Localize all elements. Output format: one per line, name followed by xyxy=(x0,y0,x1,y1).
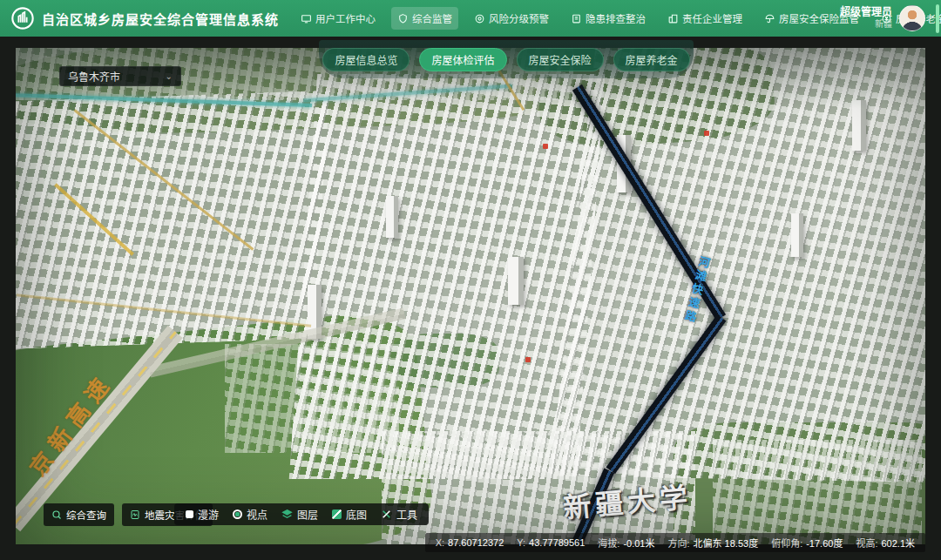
user-name: 超级管理员 xyxy=(840,6,892,19)
map-tower xyxy=(852,100,866,151)
map-marker xyxy=(704,131,709,136)
map-marker xyxy=(525,357,531,362)
map-buildings-cluster xyxy=(225,344,399,453)
comprehensive-query-button[interactable]: 综合查询 xyxy=(44,503,114,526)
tools-icon xyxy=(381,509,392,520)
status-direction: 方向: 北偏东 18.53度 xyxy=(667,536,758,550)
roam-icon xyxy=(186,510,193,518)
nav-item-risk-warning[interactable]: 风险分级预警 xyxy=(468,7,555,30)
nav-item-hazard-rectification[interactable]: 隐患排查整治 xyxy=(565,7,652,30)
nav-label: 综合监管 xyxy=(412,11,452,25)
nav-item-comprehensive-supervision[interactable]: 综合监管 xyxy=(391,7,458,30)
tab-housing-pension[interactable]: 房屋养老金 xyxy=(613,48,690,71)
status-elevation: 海拔: -0.01米 xyxy=(598,536,654,550)
user-info: 超级管理员 新疆 xyxy=(840,6,892,30)
map-subnav: 房屋信息总览 房屋体检评估 房屋安全保险 房屋养老金 xyxy=(319,40,694,78)
main-nav: 用户工作中心 综合监管 风险分级预警 隐患排查整治 责任企业管理 房屋安全保险监… xyxy=(294,7,840,30)
hazard-book-icon xyxy=(571,13,582,24)
viewpoint-button[interactable]: 视点 xyxy=(233,507,267,522)
nav-label: 责任企业管理 xyxy=(682,11,742,25)
chevron-down-icon: ⌄ xyxy=(166,71,173,81)
insurance-icon xyxy=(764,13,775,24)
user-avatar[interactable] xyxy=(899,5,925,31)
earthquake-icon xyxy=(130,509,140,520)
toolbar-label: 漫游 xyxy=(198,507,219,522)
layers-icon xyxy=(281,509,293,520)
tab-housing-inspection-evaluation[interactable]: 房屋体检评估 xyxy=(419,48,506,71)
nav-item-user-workcenter[interactable]: 用户工作中心 xyxy=(294,7,382,30)
shield-icon xyxy=(397,13,409,24)
toolbar-label: 工具 xyxy=(396,507,417,522)
nav-label: 风险分级预警 xyxy=(489,11,549,25)
basemap-button[interactable]: 底图 xyxy=(332,507,367,522)
status-pitch: 俯仰角: -17.60度 xyxy=(771,536,843,550)
map-tower xyxy=(791,213,803,257)
map-tower xyxy=(386,196,398,238)
risk-target-icon xyxy=(474,13,485,24)
toolbar-label: 图层 xyxy=(297,507,318,522)
city-selector-dropdown[interactable]: 乌鲁木齐市 ⌄ xyxy=(59,66,181,86)
workspace-icon xyxy=(301,13,312,24)
search-icon xyxy=(51,509,62,520)
toolbar-label: 视点 xyxy=(247,507,267,522)
map-toolbar: 漫游 视点 图层 底图 工具 xyxy=(174,503,429,525)
tool-label: 综合查询 xyxy=(66,508,106,522)
app-title: 自治区城乡房屋安全综合管理信息系统 xyxy=(42,10,279,28)
map-tower xyxy=(508,257,524,305)
status-view-height: 视高: 602.1米 xyxy=(856,536,915,550)
status-y: Y: 43.77789561 xyxy=(517,537,585,548)
layers-button[interactable]: 图层 xyxy=(281,507,318,522)
nav-item-enterprise-management[interactable]: 责任企业管理 xyxy=(661,7,748,30)
nav-label: 隐患排查整治 xyxy=(586,11,646,25)
tab-housing-info-overview[interactable]: 房屋信息总览 xyxy=(322,48,410,71)
map-buildings-cluster xyxy=(551,48,925,482)
nav-label: 用户工作中心 xyxy=(315,11,376,25)
map-3d-view[interactable]: 京新高速 河滩快速路 新疆大学 xyxy=(16,48,925,544)
enterprise-icon xyxy=(667,13,679,24)
roam-button[interactable]: 漫游 xyxy=(186,507,219,522)
status-x: X: 87.60712372 xyxy=(436,537,504,548)
app-logo-icon xyxy=(10,6,35,30)
toolbar-label: 底图 xyxy=(346,507,367,522)
user-menu[interactable]: 超级管理员 新疆 xyxy=(840,5,931,31)
tools-button[interactable]: 工具 xyxy=(381,507,417,522)
app-header: 自治区城乡房屋安全综合管理信息系统 用户工作中心 综合监管 风险分级预警 隐患排… xyxy=(0,0,941,37)
scrollbar[interactable] xyxy=(936,4,939,33)
brand: 自治区城乡房屋安全综合管理信息系统 xyxy=(10,6,279,30)
tab-housing-safety-insurance[interactable]: 房屋安全保险 xyxy=(517,48,604,71)
city-selector-value: 乌鲁木齐市 xyxy=(68,69,120,84)
map-status-bar: X: 87.60712372 Y: 43.77789561 海拔: -0.01米… xyxy=(425,533,925,552)
map-buildings-cluster xyxy=(713,440,922,544)
user-region: 新疆 xyxy=(875,19,892,30)
basemap-icon xyxy=(332,509,342,519)
map-marker xyxy=(543,144,548,149)
viewpoint-icon xyxy=(233,509,242,519)
